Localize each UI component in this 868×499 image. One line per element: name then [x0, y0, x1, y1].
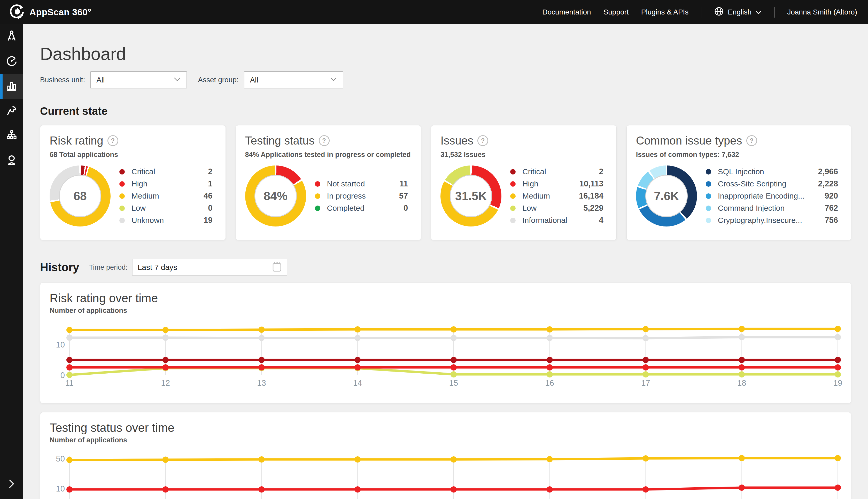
data-point — [451, 371, 457, 377]
x-tick-label: 13 — [257, 378, 266, 388]
data-point — [546, 335, 553, 341]
nav-link-plugins-apis[interactable]: Plugins & APIs — [641, 8, 689, 16]
legend-label: Unknown — [131, 216, 179, 225]
data-point — [354, 357, 361, 363]
calendar-icon[interactable] — [272, 261, 282, 273]
testing-status-legend: Not started11In progress57Completed0 — [315, 178, 412, 214]
data-point — [739, 326, 745, 332]
legend-item: Informational4 — [510, 214, 603, 227]
legend-item: High1 — [119, 178, 213, 190]
globe-icon — [714, 6, 724, 19]
data-point — [643, 486, 649, 492]
legend-label: Low — [523, 204, 570, 212]
data-point — [835, 334, 841, 340]
legend-value: 2,228 — [807, 179, 838, 188]
data-point — [739, 357, 745, 363]
legend-item: Low5,229 — [510, 202, 603, 214]
sidebar-item-users[interactable] — [0, 148, 23, 173]
compass-icon — [6, 30, 17, 43]
legend-value: 5,229 — [573, 204, 603, 213]
donut-center-value: 68 — [73, 189, 87, 203]
data-point — [643, 364, 649, 370]
legend-value: 2,966 — [807, 167, 838, 177]
data-point — [643, 455, 649, 462]
series-critical — [66, 357, 841, 363]
data-point — [451, 486, 457, 492]
common-issue-types-donut: 7.6K — [636, 166, 697, 227]
legend-dot-icon — [119, 218, 125, 223]
help-icon[interactable]: ? — [108, 135, 118, 146]
legend-dot-icon — [510, 193, 516, 199]
data-point — [259, 457, 265, 463]
data-point — [546, 357, 553, 363]
data-point — [259, 364, 265, 370]
card-subtitle: Issues of common types: 7,632 — [636, 151, 842, 159]
legend-label: Low — [131, 204, 179, 212]
data-point — [163, 327, 169, 333]
legend-label: High — [523, 180, 570, 188]
chevron-right-icon — [8, 478, 15, 490]
data-point — [739, 334, 745, 340]
legend-dot-icon — [510, 181, 516, 187]
data-point — [259, 335, 265, 341]
data-point — [835, 485, 841, 491]
brand-name: AppScan 360° — [29, 7, 91, 17]
asset-group-select[interactable]: All — [244, 71, 343, 88]
donut-center-value: 31.5K — [455, 189, 487, 203]
series-in-progress — [66, 455, 841, 463]
card-subtitle: 84% Applications tested in progress or c… — [245, 151, 412, 159]
series-high — [66, 364, 841, 370]
legend-value: 46 — [181, 191, 213, 200]
legend-label: Cryptography.Insecure... — [718, 216, 804, 225]
business-unit-select[interactable]: All — [90, 71, 187, 88]
asset-group-label: Asset group: — [198, 76, 238, 84]
chart-y-axis-label: Number of applications — [50, 436, 127, 444]
legend-dot-icon — [706, 181, 711, 187]
legend-value: 920 — [807, 191, 838, 200]
business-unit-label: Business unit: — [40, 76, 85, 84]
x-tick-label: 16 — [545, 378, 554, 388]
data-point — [66, 364, 73, 370]
sidebar-expand-button[interactable] — [0, 475, 23, 493]
brand[interactable]: AppScan 360° — [10, 4, 91, 20]
language-selector[interactable]: English — [714, 6, 762, 19]
data-point — [643, 326, 649, 332]
nav-divider — [701, 7, 701, 17]
user-menu[interactable]: Joanna Smith (Altoro) — [787, 8, 857, 16]
legend-value: 16,184 — [573, 191, 603, 200]
time-period-input[interactable]: Last 7 days — [132, 259, 287, 276]
x-tick-label: 19 — [833, 378, 842, 388]
data-point — [163, 486, 169, 492]
sidebar — [0, 24, 23, 499]
testing-status-over-time-chart: 5010 — [40, 446, 852, 499]
legend-value: 0 — [377, 204, 408, 213]
sidebar-item-organization[interactable] — [0, 124, 23, 148]
legend-dot-icon — [119, 181, 125, 187]
card-title: Common issue types — [636, 134, 742, 147]
data-point — [451, 326, 457, 332]
help-icon[interactable]: ? — [746, 135, 757, 146]
data-point — [354, 326, 361, 332]
help-icon[interactable]: ? — [477, 135, 488, 146]
legend-value: 1 — [181, 179, 213, 188]
sidebar-item-dashboard[interactable] — [0, 74, 23, 99]
data-point — [163, 357, 169, 363]
data-point — [354, 364, 361, 370]
donut-center-value: 84% — [264, 189, 288, 203]
data-point — [66, 334, 73, 341]
legend-value: 762 — [807, 204, 838, 213]
nav-link-documentation[interactable]: Documentation — [542, 8, 591, 16]
x-tick-label: 14 — [353, 378, 362, 388]
nav-link-support[interactable]: Support — [603, 8, 629, 16]
legend-value: 10,113 — [573, 179, 603, 188]
sidebar-item-tools[interactable] — [0, 99, 23, 124]
gridlines — [70, 457, 838, 499]
legend-label: Not started — [327, 180, 375, 188]
data-point — [451, 357, 457, 363]
sidebar-item-applications[interactable] — [0, 24, 23, 49]
help-icon[interactable]: ? — [319, 135, 330, 146]
data-point — [546, 326, 553, 332]
chart-title: Testing status over time — [50, 421, 174, 435]
sidebar-item-scans[interactable] — [0, 49, 23, 74]
legend-dot-icon — [510, 218, 516, 223]
